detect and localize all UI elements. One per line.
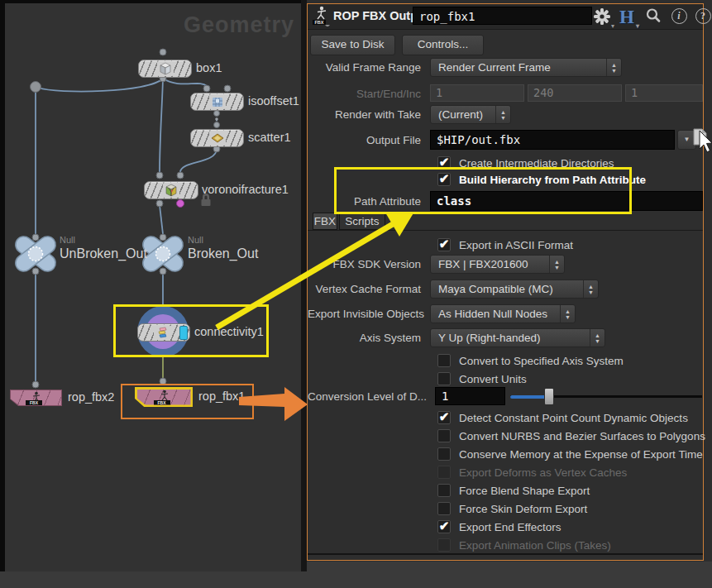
checkbox-row-conserve-memory-at-the-expense-of-export-time: Conserve Memory at the Expense of Export…	[308, 445, 703, 463]
node-label: voronoifracture1	[202, 183, 289, 196]
checkbox-row-force-blend-shape-export: Force Blend Shape Export	[308, 481, 703, 500]
checkbox[interactable]	[437, 429, 451, 442]
menu-arrow-icon: ▾	[611, 22, 614, 30]
export-invisible-objects-select[interactable]: As Hidden Null Nodes ▲▼	[430, 304, 576, 323]
checkbox[interactable]	[437, 484, 451, 497]
node-label: scatter1	[248, 131, 291, 144]
checkbox-row-export-end-effectors: ✔Export End Effectors	[308, 518, 703, 536]
network-wires	[0, 0, 307, 588]
template-flag-dot[interactable]	[177, 200, 184, 208]
row-start-end-inc: Start/End/Inc 1 240 1	[308, 84, 703, 104]
checkbox[interactable]	[437, 538, 451, 552]
spinner-arrows-icon[interactable]: ▲▼	[606, 59, 621, 76]
checkbox[interactable]	[437, 372, 451, 385]
checkbox[interactable]	[437, 466, 451, 479]
checkbox-label: Force Skin Deform Export	[459, 503, 587, 515]
panel-bottom-line	[308, 553, 703, 555]
node-name-input[interactable]: rop_fbx1	[413, 7, 592, 25]
spinner-arrows-icon[interactable]: ▲▼	[549, 256, 564, 273]
checkbox-label: Export Deforms as Vertex Caches	[459, 466, 627, 479]
row-axis-system: Axis System Y Up (Right-handed) ▲▼	[308, 328, 703, 348]
row-vertex-cache-format: Vertex Cache Format Maya Compatible (MC)…	[308, 280, 703, 299]
node-box1[interactable]	[138, 60, 192, 78]
ascii-checkbox-group: ✔Export in ASCII Format	[308, 237, 703, 253]
frame-end-input[interactable]: 240	[528, 84, 622, 102]
checkbox[interactable]: ✔	[437, 411, 451, 424]
checkbox-label: Convert NURBS and Bezier Surfaces to Pol…	[459, 430, 705, 442]
axis-system-select[interactable]: Y Up (Right-handed) ▲▼	[430, 328, 605, 347]
tab-fbx[interactable]: FBX	[313, 213, 337, 230]
checkbox-label: Export in ASCII Format	[459, 239, 573, 251]
checkbox-row-export-animation-clips-takes: Export Animation Clips (Takes)	[308, 536, 703, 554]
spinner-arrows-icon[interactable]: ▲▼	[590, 329, 604, 347]
annotation-highlight-connectivity	[113, 304, 269, 357]
axis-checkbox-group: Convert to Specified Axis SystemConvert …	[308, 351, 703, 388]
node-scatter1[interactable]	[190, 129, 244, 147]
checkbox-label: Force Blend Shape Export	[459, 485, 590, 497]
voronoifracture-icon	[163, 183, 179, 198]
fbx-node-icon[interactable]: FBX	[311, 5, 331, 26]
row-fbx-sdk-version: FBX SDK Version FBX | FBX201600 ▲▼	[308, 255, 703, 275]
valid-frame-range-select[interactable]: Render Current Frame ▲▼	[430, 58, 622, 77]
lod-slider-handle[interactable]	[544, 388, 554, 405]
node-label: box1	[196, 61, 222, 74]
pane-border	[0, 0, 5, 588]
fbx-sdk-version-select[interactable]: FBX | FBX201600 ▲▼	[430, 255, 565, 274]
checkbox[interactable]: ✔	[437, 238, 451, 251]
checkbox-row-convert-nurbs-and-bezier-surfaces-to-polygons: Convert NURBS and Bezier Surfaces to Pol…	[308, 427, 703, 445]
fbx-tag: FBX	[26, 400, 42, 405]
output-file-input[interactable]: $HIP/out.fbx	[430, 130, 675, 150]
frame-inc-input[interactable]: 1	[625, 84, 703, 102]
select-value: As Hidden Null Nodes	[438, 308, 547, 320]
export-checkbox-group: ✔Detect Constant Point Count Dynamic Obj…	[308, 409, 703, 554]
pane-border	[0, 0, 307, 3]
select-value: Maya Compatible (MC)	[438, 283, 553, 295]
help-icon[interactable]: ?	[693, 7, 712, 26]
output-file-menu-button[interactable]: ▼	[677, 130, 696, 150]
frame-start-input[interactable]: 1	[430, 84, 524, 102]
node-rop-fbx2[interactable]: FBX	[10, 390, 62, 406]
checkbox-label: Detect Constant Point Count Dynamic Obje…	[459, 412, 688, 424]
controls-button[interactable]: Controls...	[402, 35, 484, 55]
param-label: Valid Frame Range	[308, 61, 421, 74]
pane-gap	[301, 0, 307, 588]
select-value: (Current)	[438, 108, 483, 121]
param-label: FBX SDK Version	[308, 258, 421, 270]
row-export-invisible-objects: Export Invisible Objects As Hidden Null …	[308, 304, 703, 324]
spinner-arrows-icon[interactable]: ▲▼	[495, 106, 510, 123]
checkbox[interactable]	[437, 502, 451, 515]
spinner-arrows-icon[interactable]: ▲▼	[583, 280, 598, 298]
row-valid-frame-range: Valid Frame Range Render Current Frame ▲…	[308, 58, 703, 78]
tab-separator	[308, 230, 703, 231]
network-editor[interactable]: Geometry	[0, 0, 307, 588]
checkbox-row-export-in-ascii-format: ✔Export in ASCII Format	[308, 237, 703, 253]
box-icon	[157, 61, 174, 76]
checkbox-row-force-skin-deform-export: Force Skin Deform Export	[308, 500, 703, 518]
node-voronoifracture1[interactable]	[144, 181, 198, 199]
tab-scripts[interactable]: Scripts	[339, 213, 385, 230]
checkbox-label: Export Animation Clips (Takes)	[459, 539, 611, 552]
select-value: FBX | FBX201600	[438, 258, 528, 270]
checkbox[interactable]	[437, 447, 451, 461]
checkbox[interactable]	[437, 354, 451, 367]
info-icon[interactable]: i	[669, 7, 689, 26]
spinner-arrows-icon[interactable]: ▲▼	[560, 305, 575, 323]
lod-slider-fill	[510, 395, 548, 399]
node-type-label: Null	[60, 235, 75, 245]
houdini-logo-icon[interactable]: H ▾	[617, 7, 637, 26]
node-isooffset1[interactable]	[190, 93, 244, 111]
node-label: Broken_Out	[188, 246, 258, 261]
save-to-disk-button[interactable]: Save to Disk	[310, 35, 395, 55]
param-label: Output File	[308, 134, 421, 146]
conversion-lod-input[interactable]: 1	[435, 387, 505, 405]
parameter-panel-rop-fbx-output: FBX ROP FBX Output rop_fbx1 ▾ H	[307, 3, 704, 561]
vertex-cache-format-select[interactable]: Maya Compatible (MC) ▲▼	[430, 280, 599, 299]
checkbox[interactable]: ✔	[437, 520, 451, 533]
search-icon[interactable]	[643, 7, 663, 26]
gear-menu-icon[interactable]: ▾	[592, 7, 612, 26]
panel-header: FBX ROP FBX Output rop_fbx1 ▾ H	[308, 4, 703, 30]
render-with-take-select[interactable]: (Current) ▲▼	[430, 105, 511, 124]
node-label: UnBroken_Out	[60, 246, 147, 261]
checkbox-label: Convert Units	[459, 373, 527, 385]
param-label: Render with Take	[308, 108, 421, 121]
